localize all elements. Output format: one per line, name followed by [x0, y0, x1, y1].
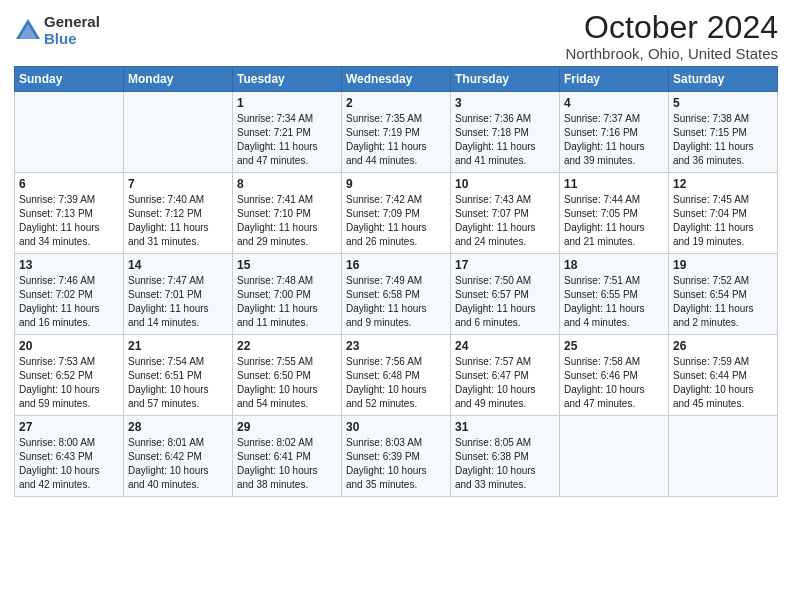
calendar-cell: 2Sunrise: 7:35 AMSunset: 7:19 PMDaylight… [342, 92, 451, 173]
day-number: 31 [455, 420, 555, 434]
day-number: 12 [673, 177, 773, 191]
cell-info: Sunrise: 7:53 AMSunset: 6:52 PMDaylight:… [19, 355, 119, 411]
day-number: 6 [19, 177, 119, 191]
calendar-header: SundayMondayTuesdayWednesdayThursdayFrid… [15, 67, 778, 92]
cell-info: Sunrise: 7:40 AMSunset: 7:12 PMDaylight:… [128, 193, 228, 249]
calendar-cell [124, 92, 233, 173]
logo: General Blue [14, 14, 100, 47]
day-number: 16 [346, 258, 446, 272]
week-row: 13Sunrise: 7:46 AMSunset: 7:02 PMDayligh… [15, 254, 778, 335]
cell-info: Sunrise: 7:56 AMSunset: 6:48 PMDaylight:… [346, 355, 446, 411]
day-number: 17 [455, 258, 555, 272]
day-number: 27 [19, 420, 119, 434]
calendar-cell: 25Sunrise: 7:58 AMSunset: 6:46 PMDayligh… [560, 335, 669, 416]
day-number: 10 [455, 177, 555, 191]
day-number: 3 [455, 96, 555, 110]
cell-info: Sunrise: 7:38 AMSunset: 7:15 PMDaylight:… [673, 112, 773, 168]
calendar-cell: 14Sunrise: 7:47 AMSunset: 7:01 PMDayligh… [124, 254, 233, 335]
calendar-cell: 23Sunrise: 7:56 AMSunset: 6:48 PMDayligh… [342, 335, 451, 416]
day-number: 13 [19, 258, 119, 272]
cell-info: Sunrise: 7:39 AMSunset: 7:13 PMDaylight:… [19, 193, 119, 249]
calendar-cell: 6Sunrise: 7:39 AMSunset: 7:13 PMDaylight… [15, 173, 124, 254]
day-number: 5 [673, 96, 773, 110]
calendar-cell: 3Sunrise: 7:36 AMSunset: 7:18 PMDaylight… [451, 92, 560, 173]
cell-info: Sunrise: 8:03 AMSunset: 6:39 PMDaylight:… [346, 436, 446, 492]
calendar-cell: 19Sunrise: 7:52 AMSunset: 6:54 PMDayligh… [669, 254, 778, 335]
day-number: 21 [128, 339, 228, 353]
calendar-cell: 8Sunrise: 7:41 AMSunset: 7:10 PMDaylight… [233, 173, 342, 254]
day-number: 24 [455, 339, 555, 353]
day-number: 15 [237, 258, 337, 272]
day-number: 22 [237, 339, 337, 353]
calendar-cell: 1Sunrise: 7:34 AMSunset: 7:21 PMDaylight… [233, 92, 342, 173]
cell-info: Sunrise: 7:41 AMSunset: 7:10 PMDaylight:… [237, 193, 337, 249]
calendar-cell: 17Sunrise: 7:50 AMSunset: 6:57 PMDayligh… [451, 254, 560, 335]
day-header-monday: Monday [124, 67, 233, 92]
cell-info: Sunrise: 7:45 AMSunset: 7:04 PMDaylight:… [673, 193, 773, 249]
logo-text: General Blue [44, 14, 100, 47]
cell-info: Sunrise: 7:46 AMSunset: 7:02 PMDaylight:… [19, 274, 119, 330]
day-header-tuesday: Tuesday [233, 67, 342, 92]
day-header-thursday: Thursday [451, 67, 560, 92]
cell-info: Sunrise: 7:44 AMSunset: 7:05 PMDaylight:… [564, 193, 664, 249]
cell-info: Sunrise: 7:47 AMSunset: 7:01 PMDaylight:… [128, 274, 228, 330]
day-number: 1 [237, 96, 337, 110]
cell-info: Sunrise: 7:58 AMSunset: 6:46 PMDaylight:… [564, 355, 664, 411]
calendar-cell [15, 92, 124, 173]
cell-info: Sunrise: 7:57 AMSunset: 6:47 PMDaylight:… [455, 355, 555, 411]
calendar-cell: 27Sunrise: 8:00 AMSunset: 6:43 PMDayligh… [15, 416, 124, 497]
calendar-body: 1Sunrise: 7:34 AMSunset: 7:21 PMDaylight… [15, 92, 778, 497]
day-number: 2 [346, 96, 446, 110]
cell-info: Sunrise: 7:54 AMSunset: 6:51 PMDaylight:… [128, 355, 228, 411]
week-row: 1Sunrise: 7:34 AMSunset: 7:21 PMDaylight… [15, 92, 778, 173]
calendar-cell: 26Sunrise: 7:59 AMSunset: 6:44 PMDayligh… [669, 335, 778, 416]
calendar-cell: 24Sunrise: 7:57 AMSunset: 6:47 PMDayligh… [451, 335, 560, 416]
cell-info: Sunrise: 7:35 AMSunset: 7:19 PMDaylight:… [346, 112, 446, 168]
month-title: October 2024 [565, 10, 778, 45]
calendar-cell: 7Sunrise: 7:40 AMSunset: 7:12 PMDaylight… [124, 173, 233, 254]
cell-info: Sunrise: 7:36 AMSunset: 7:18 PMDaylight:… [455, 112, 555, 168]
calendar-cell: 18Sunrise: 7:51 AMSunset: 6:55 PMDayligh… [560, 254, 669, 335]
calendar-cell: 28Sunrise: 8:01 AMSunset: 6:42 PMDayligh… [124, 416, 233, 497]
week-row: 20Sunrise: 7:53 AMSunset: 6:52 PMDayligh… [15, 335, 778, 416]
cell-info: Sunrise: 7:42 AMSunset: 7:09 PMDaylight:… [346, 193, 446, 249]
title-block: October 2024 Northbrook, Ohio, United St… [565, 10, 778, 62]
cell-info: Sunrise: 8:05 AMSunset: 6:38 PMDaylight:… [455, 436, 555, 492]
day-header-friday: Friday [560, 67, 669, 92]
cell-info: Sunrise: 7:52 AMSunset: 6:54 PMDaylight:… [673, 274, 773, 330]
calendar-cell: 16Sunrise: 7:49 AMSunset: 6:58 PMDayligh… [342, 254, 451, 335]
calendar-cell: 22Sunrise: 7:55 AMSunset: 6:50 PMDayligh… [233, 335, 342, 416]
day-number: 8 [237, 177, 337, 191]
cell-info: Sunrise: 7:51 AMSunset: 6:55 PMDaylight:… [564, 274, 664, 330]
day-number: 9 [346, 177, 446, 191]
calendar-cell: 21Sunrise: 7:54 AMSunset: 6:51 PMDayligh… [124, 335, 233, 416]
page: General Blue October 2024 Northbrook, Oh… [0, 0, 792, 507]
cell-info: Sunrise: 8:02 AMSunset: 6:41 PMDaylight:… [237, 436, 337, 492]
cell-info: Sunrise: 7:48 AMSunset: 7:00 PMDaylight:… [237, 274, 337, 330]
cell-info: Sunrise: 7:50 AMSunset: 6:57 PMDaylight:… [455, 274, 555, 330]
cell-info: Sunrise: 7:55 AMSunset: 6:50 PMDaylight:… [237, 355, 337, 411]
cell-info: Sunrise: 8:01 AMSunset: 6:42 PMDaylight:… [128, 436, 228, 492]
day-number: 7 [128, 177, 228, 191]
day-number: 4 [564, 96, 664, 110]
day-number: 26 [673, 339, 773, 353]
calendar-cell: 15Sunrise: 7:48 AMSunset: 7:00 PMDayligh… [233, 254, 342, 335]
day-header-saturday: Saturday [669, 67, 778, 92]
location: Northbrook, Ohio, United States [565, 45, 778, 62]
day-number: 23 [346, 339, 446, 353]
cell-info: Sunrise: 7:34 AMSunset: 7:21 PMDaylight:… [237, 112, 337, 168]
day-number: 29 [237, 420, 337, 434]
day-number: 11 [564, 177, 664, 191]
day-number: 30 [346, 420, 446, 434]
calendar-cell: 10Sunrise: 7:43 AMSunset: 7:07 PMDayligh… [451, 173, 560, 254]
logo-blue-text: Blue [44, 31, 100, 48]
day-number: 20 [19, 339, 119, 353]
logo-general-text: General [44, 14, 100, 31]
calendar-cell: 31Sunrise: 8:05 AMSunset: 6:38 PMDayligh… [451, 416, 560, 497]
calendar-cell: 13Sunrise: 7:46 AMSunset: 7:02 PMDayligh… [15, 254, 124, 335]
day-number: 19 [673, 258, 773, 272]
calendar-cell: 5Sunrise: 7:38 AMSunset: 7:15 PMDaylight… [669, 92, 778, 173]
calendar-cell: 12Sunrise: 7:45 AMSunset: 7:04 PMDayligh… [669, 173, 778, 254]
day-number: 25 [564, 339, 664, 353]
week-row: 27Sunrise: 8:00 AMSunset: 6:43 PMDayligh… [15, 416, 778, 497]
